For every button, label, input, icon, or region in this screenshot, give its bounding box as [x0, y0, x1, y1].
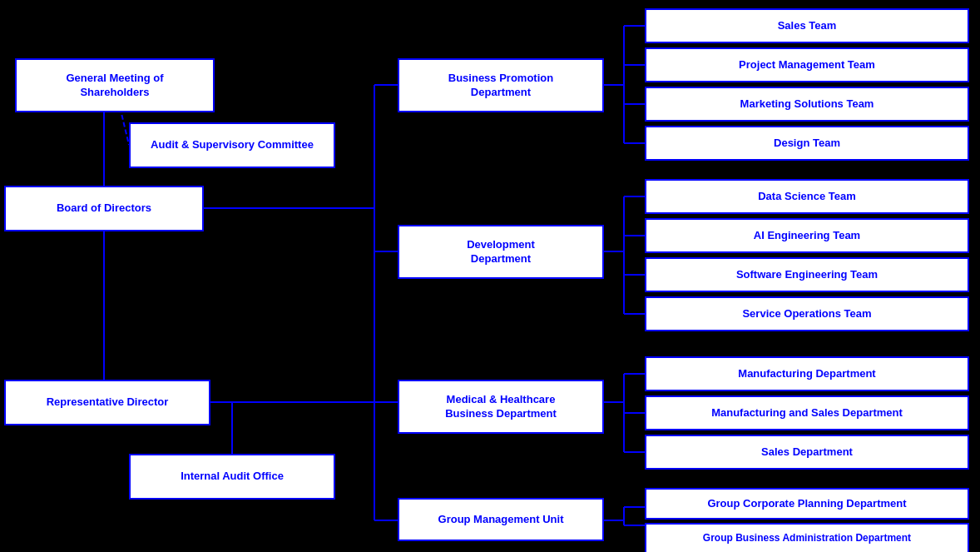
marketing-solutions-box: Marketing Solutions Team	[645, 87, 969, 122]
service-operations-box: Service Operations Team	[645, 296, 969, 331]
business-promotion-box: Business PromotionDepartment	[398, 58, 604, 112]
manufacturing-dept-box: Manufacturing Department	[645, 356, 969, 391]
general-meeting-box: General Meeting ofShareholders	[15, 58, 215, 112]
group-management-box: Group Management Unit	[398, 498, 604, 541]
board-directors-box: Board of Directors	[4, 186, 204, 231]
sales-dept-box: Sales Department	[645, 435, 969, 470]
manufacturing-sales-box: Manufacturing and Sales Department	[645, 395, 969, 430]
internal-audit-box: Internal Audit Office	[129, 454, 335, 500]
org-chart: General Meeting ofShareholders Audit & S…	[0, 0, 980, 552]
software-engineering-box: Software Engineering Team	[645, 257, 969, 292]
group-business-admin-box: Group Business Administration Department	[645, 523, 969, 552]
audit-supervisory-box: Audit & Supervisory Committee	[129, 122, 335, 168]
group-corporate-box: Group Corporate Planning Department	[645, 488, 969, 520]
data-science-box: Data Science Team	[645, 179, 969, 214]
ai-engineering-box: AI Engineering Team	[645, 218, 969, 253]
sales-team-box: Sales Team	[645, 8, 969, 43]
medical-healthcare-box: Medical & HealthcareBusiness Department	[398, 380, 604, 434]
project-mgmt-box: Project Management Team	[645, 47, 969, 82]
development-box: DevelopmentDepartment	[398, 225, 604, 279]
representative-director-box: Representative Director	[4, 380, 210, 425]
design-team-box: Design Team	[645, 126, 969, 161]
